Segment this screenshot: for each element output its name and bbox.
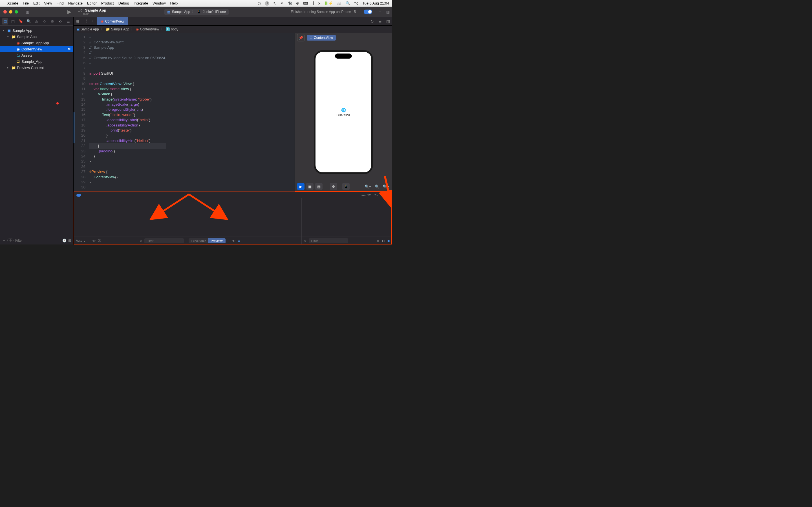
minimap-toggle-icon[interactable]: ≣ bbox=[376, 19, 384, 24]
metadata-icon[interactable]: ⊟ bbox=[238, 239, 240, 242]
zoom-in-button[interactable]: 🔍+ bbox=[382, 183, 390, 190]
keyboard-icon[interactable]: ⌨ bbox=[303, 1, 308, 5]
spotlight-icon[interactable]: 🔍 bbox=[346, 1, 350, 5]
source-editor[interactable]: 1234567891011121314151617181920212223242… bbox=[73, 33, 295, 191]
zoom-out-button[interactable]: 🔍− bbox=[364, 183, 371, 190]
eye-icon[interactable]: 👁 bbox=[232, 239, 236, 242]
clock[interactable]: Tue 6 Aug 21:04 bbox=[362, 1, 389, 5]
menu-view[interactable]: View bbox=[44, 1, 52, 5]
project-title[interactable]: Sample App bbox=[85, 8, 106, 12]
adjust-editor-icon[interactable]: ▥ bbox=[384, 19, 392, 24]
editor-tab-active[interactable]: ◉ ContentView bbox=[97, 17, 128, 25]
line-gutter[interactable]: 1234567891011121314151617181920212223242… bbox=[73, 33, 88, 191]
file-item[interactable]: 🗂 Assets bbox=[0, 52, 73, 58]
jump-bar[interactable]: ▣Sample App 〉 📁Sample App 〉 ◉ContentView… bbox=[73, 25, 392, 33]
info-icon[interactable]: ⓘ bbox=[98, 238, 101, 243]
file-item[interactable]: ◉ Sample_AppApp bbox=[0, 40, 73, 46]
console-filter-input[interactable] bbox=[309, 238, 348, 243]
source-control-navigator-tab[interactable]: ◫ bbox=[10, 18, 16, 24]
variables-filter-input[interactable] bbox=[144, 238, 184, 243]
seg-executable[interactable]: Executable bbox=[189, 238, 208, 243]
preview-canvas[interactable]: 🌐 Hello, world! bbox=[295, 43, 392, 181]
recent-files-icon[interactable]: 🕘 bbox=[62, 238, 66, 242]
menu-file[interactable]: File bbox=[23, 1, 29, 5]
preview-toggle[interactable] bbox=[364, 10, 372, 14]
console-view[interactable]: Executable Previews 👁 ⊟ bbox=[186, 198, 302, 244]
pin-preview-button[interactable]: 📌 bbox=[297, 34, 305, 41]
battery-icon[interactable]: 🔋⚡ bbox=[324, 1, 333, 5]
toggle-inspector-icon[interactable]: ▥ bbox=[384, 8, 392, 16]
file-item-selected[interactable]: ◉ ContentView M bbox=[0, 46, 73, 52]
file-item[interactable]: ⬓ Sample_App bbox=[0, 58, 73, 64]
issues-navigator-tab[interactable]: ⚠ bbox=[34, 18, 40, 24]
preview-content-folder[interactable]: ▸ 📁 Preview Content bbox=[0, 64, 73, 71]
sun-icon[interactable]: ☀ bbox=[280, 1, 284, 5]
menu-integrate[interactable]: Integrate bbox=[134, 1, 148, 5]
menu-window[interactable]: Window bbox=[153, 1, 165, 5]
code-area[interactable]: //// ContentView.swift// Sample App//// … bbox=[88, 33, 166, 191]
cat-icon[interactable]: 🐈‍⬛ bbox=[288, 1, 292, 5]
group-folder[interactable]: ▾ 📁 Sample App bbox=[0, 34, 73, 40]
breakpoints-navigator-tab[interactable]: ⬖ bbox=[57, 18, 63, 24]
device-orientation-button[interactable]: 📱 bbox=[342, 183, 350, 190]
debug-navigator-tab[interactable]: ⎚ bbox=[49, 18, 56, 24]
filter-icon[interactable]: ⊖ bbox=[7, 238, 13, 242]
menu-product[interactable]: Product bbox=[101, 1, 114, 5]
project-navigator-tab[interactable]: ▤ bbox=[2, 18, 8, 24]
toggle-console-icon[interactable]: ▣ bbox=[386, 193, 389, 197]
find-navigator-tab[interactable]: 🔍 bbox=[26, 18, 32, 24]
scope-selector[interactable]: Auto ⌄ bbox=[76, 239, 86, 242]
split-right-icon[interactable]: ◨ bbox=[387, 239, 390, 242]
eye-icon[interactable]: 👁 bbox=[93, 239, 96, 242]
menu-navigate[interactable]: Navigate bbox=[68, 1, 83, 5]
disclosure-icon[interactable]: ▾ bbox=[3, 29, 6, 32]
close-window-button[interactable] bbox=[3, 10, 7, 13]
variants-button[interactable]: ▦ bbox=[315, 183, 322, 190]
menu-editor[interactable]: Editor bbox=[87, 1, 97, 5]
preview-tab[interactable]: ⊡ ContentView bbox=[307, 35, 336, 41]
menu-help[interactable]: Help bbox=[170, 1, 178, 5]
arrow-icon[interactable]: ↖ bbox=[273, 1, 276, 5]
bookmarks-navigator-tab[interactable]: 🔖 bbox=[18, 18, 24, 24]
menu-edit[interactable]: Edit bbox=[33, 1, 40, 5]
bluetooth-icon[interactable]: ᚛ bbox=[318, 1, 320, 5]
control-center-icon[interactable]: ⌥ bbox=[354, 1, 358, 5]
wifi-icon[interactable]: ⨌ bbox=[337, 1, 342, 5]
minimize-window-button[interactable] bbox=[9, 10, 12, 13]
nav-back-icon[interactable]: 〈 bbox=[82, 19, 89, 24]
device-settings-button[interactable]: ⚙ bbox=[330, 183, 337, 190]
disclosure-icon[interactable]: ▸ bbox=[7, 66, 10, 69]
tests-navigator-tab[interactable]: ◇ bbox=[42, 18, 48, 24]
toggle-navigator-icon[interactable]: ▥ bbox=[24, 8, 32, 16]
live-preview-button[interactable]: ▶ bbox=[297, 183, 305, 190]
disclosure-icon[interactable]: ▾ bbox=[7, 35, 10, 38]
crumb[interactable]: Sample App bbox=[111, 27, 130, 31]
add-tab-button[interactable]: ＋ bbox=[376, 8, 384, 16]
app-menu[interactable]: Xcode bbox=[7, 1, 18, 5]
nav-forward-icon[interactable]: 〉 bbox=[89, 19, 97, 24]
related-items-icon[interactable]: ▦ bbox=[73, 19, 82, 24]
zoom-actual-button[interactable]: 🔍 bbox=[373, 183, 380, 190]
play-icon[interactable]: ⊙ bbox=[296, 1, 299, 5]
timer-icon[interactable]: ◌ bbox=[258, 1, 261, 5]
run-button[interactable]: ▶ bbox=[65, 8, 73, 16]
menu-find[interactable]: Find bbox=[56, 1, 63, 5]
trash-icon[interactable]: 🗑 bbox=[376, 239, 379, 242]
location-icon[interactable]: LT bbox=[265, 1, 269, 6]
crumb[interactable]: body bbox=[171, 27, 178, 31]
scm-filter-icon[interactable]: ⊞ bbox=[68, 238, 71, 242]
crumb[interactable]: Sample App bbox=[81, 27, 99, 31]
zoom-window-button[interactable] bbox=[15, 10, 18, 13]
menu-debug[interactable]: Debug bbox=[118, 1, 129, 5]
navigator-filter-input[interactable] bbox=[15, 238, 61, 242]
selectable-preview-button[interactable]: ▣ bbox=[306, 183, 313, 190]
refresh-icon[interactable]: ↻ bbox=[368, 19, 376, 24]
scheme-selector[interactable]: ▦ Sample App 〉 📱 Junior's iPhone bbox=[164, 9, 229, 15]
crumb[interactable]: ContentView bbox=[140, 27, 159, 31]
project-root[interactable]: ▾ ▣ Sample App bbox=[0, 27, 73, 34]
branch-name[interactable]: main bbox=[83, 12, 106, 15]
reports-navigator-tab[interactable]: ☰ bbox=[65, 18, 71, 24]
split-left-icon[interactable]: ◧ bbox=[382, 239, 385, 242]
add-file-button[interactable]: ＋ bbox=[2, 238, 6, 243]
seg-previews[interactable]: Previews bbox=[208, 238, 225, 243]
